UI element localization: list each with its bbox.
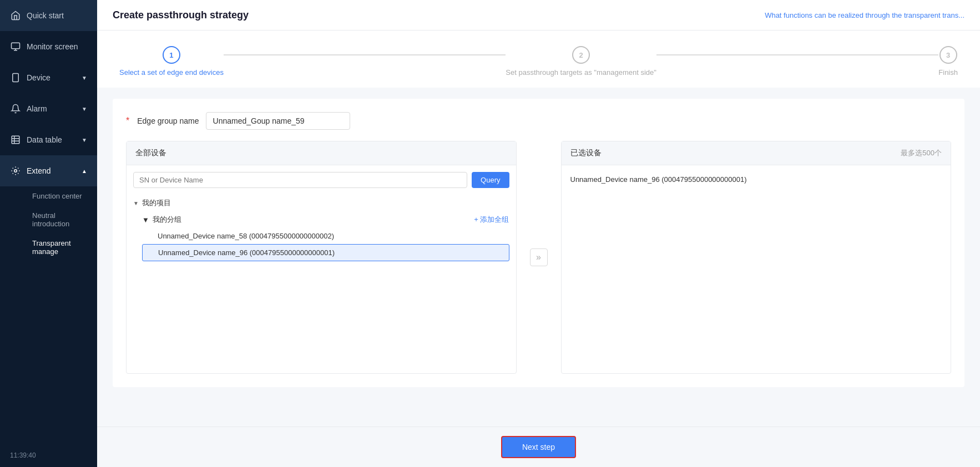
search-row: Query <box>133 172 509 188</box>
transfer-arrow-area: » <box>528 141 550 374</box>
chevron-down-icon-2: ▼ <box>82 137 87 143</box>
device-icon <box>10 72 21 83</box>
step-1-label: Select a set of edge end devices <box>119 68 224 77</box>
left-panel-title: 全部设备 <box>135 148 166 158</box>
form-card: * Edge group name 全部设备 Query <box>113 99 964 387</box>
edge-group-label: Edge group name <box>137 116 199 125</box>
stepper: 1 Select a set of edge end devices 2 Set… <box>119 46 958 77</box>
sidebar-item-alarm[interactable]: Alarm ▼ <box>0 93 97 124</box>
table-icon <box>10 134 21 145</box>
right-panel-header: 已选设备 最多选500个 <box>562 141 951 165</box>
sidebar-sub-menu: Function center Neutral introduction Tra… <box>0 186 97 261</box>
content-area: * Edge group name 全部设备 Query <box>97 88 980 427</box>
sidebar-item-quick-start[interactable]: Quick start <box>0 0 97 31</box>
query-button[interactable]: Query <box>472 172 509 188</box>
left-panel-header: 全部设备 <box>127 141 516 165</box>
sidebar-label-quick-start: Quick start <box>27 11 87 20</box>
sidebar-item-device[interactable]: Device ▼ <box>0 62 97 93</box>
sidebar-label-monitor-screen: Monitor screen <box>27 42 87 51</box>
tree-group-left[interactable]: ▼ 我的分组 <box>142 215 181 225</box>
edge-group-input[interactable] <box>206 112 350 130</box>
transfer-area: 全部设备 Query ▼ 我的项目 <box>126 141 951 374</box>
main-content: Create passthrough strategy What functio… <box>97 0 980 467</box>
required-asterisk: * <box>126 116 129 126</box>
chevron-up-icon: ▲ <box>82 168 87 174</box>
tree-root-text: 我的项目 <box>142 198 171 208</box>
home-icon <box>10 10 21 21</box>
search-input[interactable] <box>133 172 467 188</box>
alarm-icon <box>10 103 21 114</box>
right-panel: 已选设备 最多选500个 Unnamed_Device name_96 (000… <box>561 141 952 374</box>
tree-group-arrow: ▼ <box>142 216 149 224</box>
step-3-circle: 3 <box>939 46 957 64</box>
page-header: Create passthrough strategy What functio… <box>97 0 980 31</box>
device-tree: ▼ 我的项目 ▼ 我的分组 + 添加全组 <box>133 195 509 261</box>
header-help-link[interactable]: What functions can be realized through t… <box>765 11 964 19</box>
sidebar-item-extend[interactable]: Extend ▲ <box>0 155 97 186</box>
tree-group-text: 我的分组 <box>153 215 181 225</box>
extend-icon <box>10 165 21 176</box>
tree-group-row: ▼ 我的分组 + 添加全组 <box>142 211 509 228</box>
sidebar-label-alarm: Alarm <box>27 104 76 113</box>
tree-root-label[interactable]: ▼ 我的项目 <box>133 195 509 211</box>
right-panel-body: Unnamed_Device name_96 (0004795500000000… <box>562 165 951 194</box>
step-3-label: Finish <box>938 68 958 77</box>
sidebar-label-device: Device <box>27 73 76 82</box>
page-title: Create passthrough strategy <box>113 9 249 21</box>
next-step-button[interactable]: Next step <box>501 436 576 458</box>
tree-sub-group: ▼ 我的分组 + 添加全组 Unnamed_Device name_58 (00… <box>142 211 509 261</box>
step-3: 3 Finish <box>938 46 958 77</box>
sidebar-sub-function-center[interactable]: Function center <box>27 186 97 206</box>
sidebar-time: 11:39:40 <box>0 444 97 467</box>
sidebar: Quick start Monitor screen Device ▼ <box>0 0 97 467</box>
left-panel-body: Query ▼ 我的项目 ▼ <box>127 165 516 268</box>
step-1-circle: 1 <box>163 46 180 64</box>
step-2: 2 Set passthrough targets as "management… <box>506 46 656 77</box>
right-panel-title: 已选设备 <box>570 148 602 158</box>
chevron-right-icon: ▼ <box>82 106 87 112</box>
tree-root-arrow: ▼ <box>133 200 139 206</box>
add-all-button[interactable]: + 添加全组 <box>474 215 509 225</box>
stepper-area: 1 Select a set of edge end devices 2 Set… <box>97 31 980 88</box>
left-panel: 全部设备 Query ▼ 我的项目 <box>126 141 517 374</box>
chevron-down-icon: ▼ <box>82 75 87 81</box>
svg-rect-0 <box>12 43 20 49</box>
tree-item-device-58[interactable]: Unnamed_Device name_58 (0004795500000000… <box>142 228 509 244</box>
sidebar-sub-neutral-introduction[interactable]: Neutral introduction <box>27 206 97 233</box>
edge-group-row: * Edge group name <box>126 112 951 130</box>
svg-rect-3 <box>13 74 19 82</box>
tree-item-device-96[interactable]: Unnamed_Device name_96 (0004795500000000… <box>142 244 509 261</box>
sidebar-item-data-table[interactable]: Data table ▼ <box>0 124 97 155</box>
selected-device-entry: Unnamed_Device name_96 (0004795500000000… <box>570 172 942 187</box>
step-line-1 <box>224 54 506 55</box>
max-count-label: 最多选500个 <box>901 148 942 158</box>
sidebar-item-monitor-screen[interactable]: Monitor screen <box>0 31 97 62</box>
transfer-right-button[interactable]: » <box>530 248 548 266</box>
sidebar-label-data-table: Data table <box>27 135 76 144</box>
footer-area: Next step <box>97 427 980 467</box>
step-line-2 <box>656 54 938 55</box>
sidebar-sub-transparent-manage[interactable]: Transparent manage <box>27 233 97 261</box>
svg-point-9 <box>14 170 17 172</box>
step-1: 1 Select a set of edge end devices <box>119 46 224 77</box>
svg-rect-5 <box>12 136 19 144</box>
step-2-label: Set passthrough targets as "management s… <box>506 68 656 77</box>
monitor-icon <box>10 41 21 52</box>
step-2-circle: 2 <box>572 46 590 64</box>
sidebar-label-extend: Extend <box>27 166 76 175</box>
